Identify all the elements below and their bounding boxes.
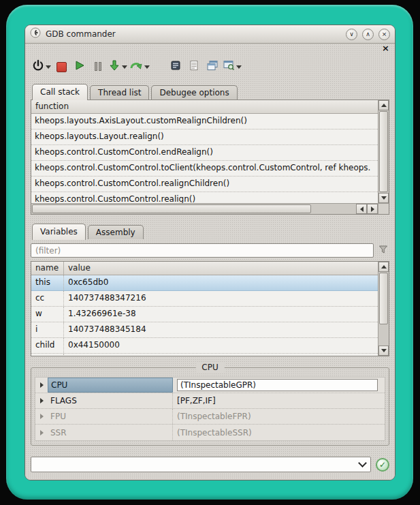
variable-row-child[interactable]: child 0x44150000 bbox=[31, 338, 378, 354]
scroll-left-button[interactable] bbox=[356, 204, 367, 214]
cpu-row-fpu[interactable]: FPU (TInspectableFPR) bbox=[35, 409, 385, 425]
book-button[interactable] bbox=[167, 58, 184, 76]
column-header-value[interactable]: value bbox=[64, 262, 378, 275]
filter-row bbox=[31, 243, 389, 258]
scroll-track[interactable] bbox=[31, 204, 356, 214]
expand-icon[interactable] bbox=[35, 414, 48, 419]
close-button[interactable]: × bbox=[378, 29, 390, 40]
expand-icon[interactable] bbox=[35, 430, 48, 435]
cpu-row-gpr[interactable]: CPU bbox=[35, 378, 385, 393]
tab-call-stack[interactable]: Call stack bbox=[32, 84, 88, 100]
cpu-row-ssr[interactable]: SSR (TInspectableSSR) bbox=[35, 425, 385, 440]
cpu-row-flags[interactable]: FLAGS [PF,ZF,IF] bbox=[35, 393, 385, 409]
mid-tabbar: Variables Assembly bbox=[31, 223, 389, 239]
tab-variables[interactable]: Variables bbox=[32, 224, 86, 240]
variables-header: name value bbox=[31, 262, 378, 275]
step-over-button[interactable] bbox=[129, 58, 150, 76]
pause-icon bbox=[94, 61, 102, 74]
arrow-down-icon bbox=[381, 349, 387, 352]
command-row: ✓ bbox=[31, 457, 389, 472]
variable-name: child bbox=[31, 338, 64, 353]
step-over-icon bbox=[129, 59, 143, 74]
book-icon bbox=[170, 60, 181, 74]
variable-name: this bbox=[31, 275, 64, 290]
scroll-thumb[interactable] bbox=[32, 204, 311, 213]
call-stack-row[interactable]: kheops.control.CustomControl.toClient(kh… bbox=[31, 161, 378, 177]
call-stack-row[interactable]: kheops.layouts.AxisLayout.customRealignC… bbox=[31, 114, 378, 129]
column-header-function[interactable]: function bbox=[31, 100, 378, 113]
window-search-icon bbox=[223, 60, 235, 74]
variable-row-b[interactable]: b 1.43266961e-38 bbox=[31, 354, 378, 356]
scroll-down-button[interactable] bbox=[378, 193, 389, 203]
call-stack-row[interactable]: kheops.layouts.Layout.realign() bbox=[31, 129, 378, 145]
close-dock-icon[interactable]: × bbox=[382, 44, 389, 53]
window-search-dropdown-icon[interactable] bbox=[236, 65, 242, 69]
cpu-row-value: (TInspectableFPR) bbox=[173, 412, 385, 421]
filter-funnel-icon bbox=[378, 244, 389, 258]
tab-debugee-options[interactable]: Debugee options bbox=[151, 85, 237, 100]
scroll-up-button[interactable] bbox=[378, 100, 389, 110]
call-stack-row[interactable]: kheops.control.CustomControl.realign() bbox=[31, 192, 378, 203]
arrow-left-icon bbox=[360, 206, 364, 212]
call-stack-row[interactable]: kheops.control.CustomControl.realignChil… bbox=[31, 177, 378, 192]
tab-thread-list[interactable]: Thread list bbox=[90, 85, 149, 100]
stop-button[interactable] bbox=[53, 58, 69, 76]
expand-icon[interactable] bbox=[35, 382, 48, 388]
pause-button[interactable] bbox=[90, 58, 106, 76]
scroll-track[interactable] bbox=[378, 110, 389, 193]
scroll-thumb[interactable] bbox=[379, 273, 388, 324]
windows-button[interactable] bbox=[204, 58, 221, 76]
cpu-row-name: FPU bbox=[48, 409, 173, 424]
cpu-row-value bbox=[173, 379, 385, 391]
shade-button[interactable]: ∨ bbox=[346, 29, 357, 40]
arrow-right-icon bbox=[371, 206, 374, 212]
titlebar[interactable]: GDB commander ∨ ∧ × bbox=[25, 25, 395, 44]
scroll-down-button[interactable] bbox=[378, 346, 389, 356]
power-button[interactable] bbox=[32, 58, 51, 76]
run-button[interactable] bbox=[71, 58, 88, 76]
filter-options-button[interactable] bbox=[377, 245, 389, 257]
variable-row-this[interactable]: this 0xc65db0 bbox=[31, 275, 378, 291]
scroll-up-button[interactable] bbox=[378, 262, 389, 272]
step-into-icon bbox=[108, 59, 120, 74]
command-input[interactable] bbox=[34, 459, 359, 470]
call-stack-horizontal-scrollbar[interactable] bbox=[31, 203, 389, 214]
scroll-track[interactable] bbox=[378, 272, 389, 346]
call-stack-header: function bbox=[31, 100, 378, 114]
step-into-button[interactable] bbox=[108, 58, 127, 76]
variable-value: 1.43266961e-38 bbox=[64, 307, 378, 322]
expand-icon[interactable] bbox=[35, 398, 48, 403]
tab-assembly[interactable]: Assembly bbox=[88, 225, 144, 239]
column-header-name[interactable]: name bbox=[31, 262, 64, 275]
cpu-group-title: CPU bbox=[195, 363, 224, 372]
cpu-value-field[interactable] bbox=[177, 379, 378, 391]
ok-button[interactable]: ✓ bbox=[376, 458, 389, 472]
variable-row-cc[interactable]: cc 140737488347216 bbox=[31, 291, 378, 307]
window-search-button[interactable] bbox=[223, 58, 242, 76]
variable-name: i bbox=[31, 322, 64, 337]
document-list-button[interactable] bbox=[186, 58, 202, 76]
variable-row-w[interactable]: w 1.43266961e-38 bbox=[31, 307, 378, 322]
variable-name: cc bbox=[31, 291, 64, 306]
cpu-row-value: (TInspectableSSR) bbox=[173, 428, 385, 438]
call-stack-row[interactable]: kheops.control.CustomControl.endRealign(… bbox=[31, 145, 378, 161]
scroll-right-button[interactable] bbox=[367, 204, 378, 214]
step-over-dropdown-icon[interactable] bbox=[144, 65, 150, 69]
variable-name: w bbox=[31, 307, 64, 322]
power-icon bbox=[32, 59, 44, 74]
call-stack-vertical-scrollbar[interactable] bbox=[378, 100, 389, 203]
power-dropdown-icon[interactable] bbox=[46, 65, 51, 69]
filter-input[interactable] bbox=[31, 243, 374, 258]
client-area: × bbox=[25, 44, 395, 480]
scroll-thumb[interactable] bbox=[379, 111, 388, 192]
variable-value: 0x44150000 bbox=[64, 338, 378, 353]
run-icon bbox=[74, 60, 85, 74]
command-combobox[interactable] bbox=[31, 457, 371, 472]
chevron-down-icon[interactable] bbox=[358, 459, 367, 468]
debug-toolbar bbox=[32, 57, 389, 76]
variables-panel: name value this 0xc65db0 cc 140737488347… bbox=[31, 261, 389, 356]
step-into-dropdown-icon[interactable] bbox=[122, 65, 127, 69]
variables-vertical-scrollbar[interactable] bbox=[378, 262, 389, 356]
variable-row-i[interactable]: i 140737488345184 bbox=[31, 322, 378, 338]
maximize-button[interactable]: ∧ bbox=[362, 29, 374, 40]
